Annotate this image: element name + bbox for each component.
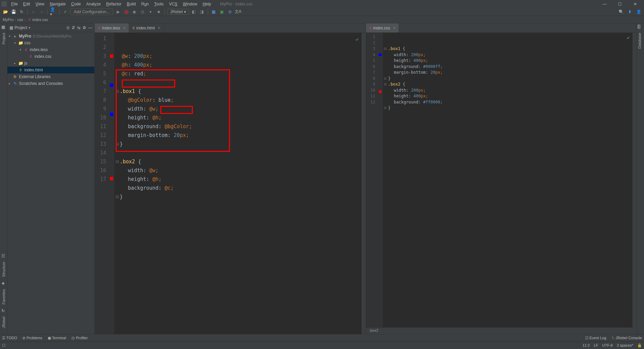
event-log-tab[interactable]: ☷ Event Log — [585, 336, 606, 340]
tab-index-css[interactable]: # index.css × — [366, 23, 399, 32]
breadcrumb-item[interactable]: MyPro — [3, 18, 14, 22]
project-tool-icon[interactable]: ▦ — [1, 25, 6, 29]
close-button[interactable]: ✕ — [627, 0, 643, 8]
minimize-button[interactable]: — — [597, 0, 612, 8]
database-tool-tab[interactable]: Database — [637, 30, 642, 51]
breadcrumb-item[interactable]: index.css — [32, 18, 48, 22]
menu-view[interactable]: View — [33, 1, 47, 7]
save-icon[interactable]: 💾 — [10, 8, 17, 15]
jrebel-tool-icon[interactable]: ↻ — [1, 308, 6, 313]
tree-row-root[interactable]: ▾ ▸ MyPro D:\Develop\Web\MyPro — [7, 33, 94, 40]
structure-tool-tab[interactable]: Structure — [1, 259, 6, 280]
menu-help[interactable]: Help — [200, 1, 213, 7]
close-icon[interactable]: × — [123, 26, 125, 30]
line-ending[interactable]: LF — [594, 343, 598, 348]
tree-row-css[interactable]: ▾ 📁 css — [7, 40, 94, 46]
user-icon[interactable]: 👤▾ — [50, 8, 57, 15]
menu-vcs[interactable]: VCS — [167, 1, 180, 7]
jrebel-dropdown[interactable]: JRebel ▾ — [167, 9, 189, 15]
maximize-button[interactable]: ☐ — [612, 0, 627, 8]
error-stripe[interactable] — [632, 33, 637, 327]
project-tree[interactable]: ▾ ▸ MyPro D:\Develop\Web\MyPro ▾ 📁 css ▾… — [7, 32, 94, 88]
code-editor-right[interactable]: 123456789101112 ⊟.box1 { width: 200px; h… — [366, 33, 637, 327]
todo-tab[interactable]: ☰ TODO — [2, 336, 17, 340]
favorites-tool-tab[interactable]: Favorites — [1, 286, 6, 307]
menu-file[interactable]: File — [9, 1, 20, 7]
profile-icon[interactable]: ◷ — [139, 8, 146, 15]
profiler-tab[interactable]: ◷ Profiler — [71, 336, 88, 340]
inspection-ok-icon: ✔ — [356, 35, 359, 44]
error-stripe[interactable] — [362, 33, 366, 334]
translate-icon[interactable]: 文A — [235, 8, 242, 15]
debug-icon[interactable]: 🐞 — [123, 8, 130, 15]
menu-analyze[interactable]: Analyze — [84, 1, 103, 7]
update-icon[interactable]: ⬆ — [626, 8, 633, 15]
scratches-icon: ✎ — [13, 81, 18, 86]
html-icon: ◊ — [18, 68, 23, 72]
hammer-icon[interactable]: ✔ — [62, 8, 69, 15]
chevron-down-icon[interactable]: ▾ — [28, 25, 30, 30]
grid-icon[interactable]: ▦ — [210, 8, 217, 15]
search-icon[interactable]: 🔍 — [618, 8, 624, 15]
menu-run[interactable]: Run — [139, 1, 151, 7]
menu-navigate[interactable]: Navigate — [47, 1, 68, 7]
tree-row-html[interactable]: ◊ index.html — [7, 67, 94, 73]
structure-tool-icon[interactable]: ☷ — [1, 254, 6, 258]
editor-crumb: .box2 — [366, 327, 637, 334]
app-icon — [1, 1, 7, 7]
encoding[interactable]: UTF-8 — [602, 343, 613, 348]
tree-row-css-file[interactable]: # index.css — [7, 53, 94, 60]
menu-window[interactable]: Window — [180, 1, 200, 7]
coverage-icon[interactable]: ◉ — [131, 8, 138, 15]
database-tool-icon[interactable]: 🗄 — [637, 25, 642, 29]
code-editor-left[interactable]: 1234567891011121314151617 @w: 200px; @h:… — [95, 33, 366, 334]
collapse-all-icon[interactable]: ⇆ — [77, 25, 80, 30]
folder-icon: 📁 — [18, 41, 23, 45]
favorites-tool-icon[interactable]: ★ — [1, 281, 6, 286]
menu-code[interactable]: Code — [69, 1, 83, 7]
add-configuration-button[interactable]: Add Configuration... — [70, 8, 113, 15]
close-icon[interactable]: × — [158, 26, 160, 30]
avatar-icon[interactable]: 👤 — [635, 8, 642, 15]
gear-icon[interactable]: ⚙ — [83, 25, 86, 30]
status-indicator-icon[interactable]: ☐ — [2, 343, 5, 348]
run-icon[interactable]: ▶ — [115, 8, 121, 15]
window-title: MyPro - index.css — [220, 2, 252, 6]
zen-icon[interactable]: ▣ — [218, 8, 225, 15]
tab-index-html[interactable]: ◊ index.html × — [129, 23, 164, 32]
jrebel-btn2[interactable]: ◨ — [199, 8, 205, 15]
jrebel-console-tab[interactable]: ↻ JRebel Console — [612, 336, 642, 340]
expand-all-icon[interactable]: ⇵ — [72, 25, 75, 30]
menu-refactor[interactable]: Refactor — [104, 1, 124, 7]
jrebel-tool-tab[interactable]: JRebel — [1, 314, 6, 331]
sync-icon[interactable]: ↻ — [18, 8, 25, 15]
project-panel: ▦ Project ▾ ⊙ ⇵ ⇆ ⚙ — ▾ ▸ MyPro D:\Devel… — [7, 23, 95, 334]
problems-tab[interactable]: ⊘ Problems — [22, 336, 42, 340]
tree-row-js[interactable]: ▸ 📁 js — [7, 60, 94, 67]
no-icon[interactable]: ⊘ — [227, 8, 233, 15]
stop-icon[interactable]: ■ — [155, 8, 162, 15]
back-icon[interactable]: ← — [30, 8, 37, 15]
tab-index-less[interactable]: # index.less × — [95, 23, 129, 32]
project-tool-tab[interactable]: Project — [1, 30, 6, 47]
open-icon[interactable]: 📂 — [2, 8, 9, 15]
indent[interactable]: 2 spaces* — [617, 343, 633, 348]
tree-row-extlib[interactable]: ⊪ External Libraries — [7, 73, 94, 80]
menu-build[interactable]: Build — [124, 1, 138, 7]
library-icon: ⊪ — [13, 74, 18, 79]
more-run-icon[interactable]: ▾ — [147, 8, 154, 15]
select-opened-icon[interactable]: ⊙ — [66, 25, 70, 30]
cursor-position[interactable]: 11:2 — [582, 343, 590, 348]
tree-row-less[interactable]: ▾ # index.less — [7, 46, 94, 53]
hide-icon[interactable]: — — [88, 25, 92, 30]
forward-icon[interactable]: → — [38, 8, 45, 15]
menu-tools[interactable]: Tools — [152, 1, 166, 7]
tree-row-scratches[interactable]: ▸ ✎ Scratches and Consoles — [7, 80, 94, 87]
breadcrumb-item[interactable]: css — [17, 18, 23, 22]
menu-edit[interactable]: Edit — [21, 1, 32, 7]
lock-icon[interactable]: 🔒 — [637, 343, 642, 348]
terminal-tab[interactable]: ▣ Terminal — [48, 336, 66, 340]
html-icon: ◊ — [133, 26, 135, 30]
close-icon[interactable]: × — [393, 26, 395, 30]
jrebel-btn1[interactable]: ◧ — [190, 8, 197, 15]
